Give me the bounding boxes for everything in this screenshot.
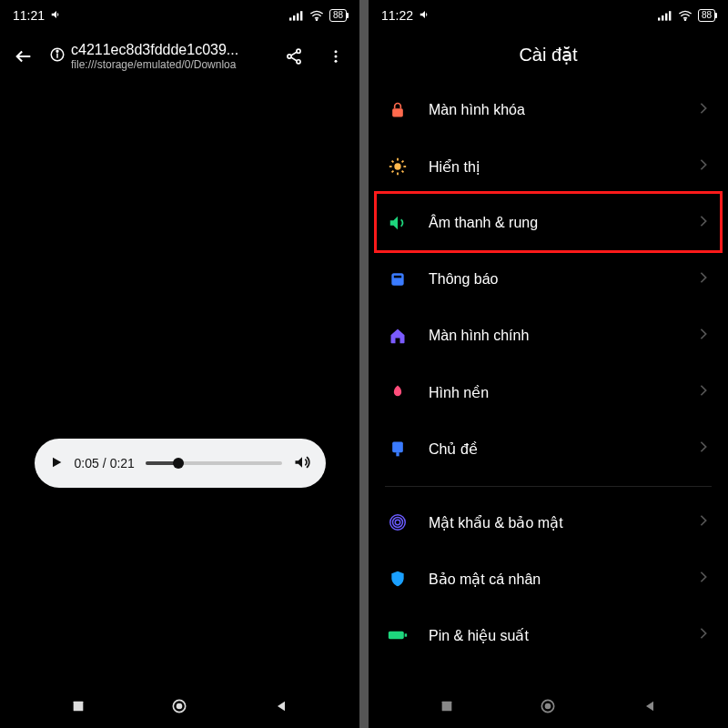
nav-home-button[interactable] [152,688,207,724]
status-bar: 11:22 88 [369,0,728,31]
chevron-right-icon [699,328,708,344]
volume-icon [50,8,63,24]
browser-toolbar: c4211ec8d3fddde1c039... file:///storage/… [0,31,359,82]
share-button[interactable] [278,40,310,73]
phone-settings-screen: 11:22 88 Cài đặt Màn hình khóaHiển thịÂm… [369,0,728,728]
svg-line-12 [291,57,298,61]
status-time: 11:22 [381,8,413,23]
nav-back-button[interactable] [622,688,677,724]
shield-icon [385,566,410,592]
chevron-right-icon [699,102,708,118]
nav-recent-button[interactable] [420,688,474,724]
settings-item-wallpaper[interactable]: Hình nền [369,364,728,420]
audio-time: 0:05 / 0:21 [75,456,135,470]
svg-rect-1 [293,15,295,21]
home-icon [385,323,410,349]
svg-rect-43 [441,702,451,712]
audio-player[interactable]: 0:05 / 0:21 [35,439,326,488]
chevron-right-icon [699,514,708,531]
battery-indicator: 88 [698,9,715,22]
settings-item-label: Bảo mật cá nhân [429,571,681,588]
svg-line-33 [402,161,404,163]
signal-icon [289,10,304,21]
svg-rect-24 [392,108,403,116]
sun-icon [385,154,410,179]
chevron-right-icon [699,571,708,587]
nav-back-button[interactable] [254,688,308,724]
settings-item-label: Âm thanh & rung [429,215,681,231]
settings-item-label: Thông báo [429,271,681,288]
settings-title: Cài đặt [369,31,728,82]
svg-line-32 [392,171,394,173]
audio-duration: 0:21 [110,456,135,470]
page-subtitle: file:///storage/emulated/0/Downloa [71,58,238,71]
wallpaper-icon [385,379,410,405]
svg-rect-22 [669,11,671,20]
svg-rect-16 [73,702,83,712]
nav-home-button[interactable] [521,688,575,724]
volume-icon [385,210,410,236]
svg-rect-36 [392,442,403,453]
svg-point-13 [335,50,338,53]
svg-point-4 [316,19,317,20]
settings-item-volume[interactable]: Âm thanh & rung [369,195,728,251]
battery-icon [385,622,410,648]
settings-item-sun[interactable]: Hiển thị [369,138,728,195]
notification-icon [385,267,410,292]
audio-seekbar[interactable] [146,461,282,465]
settings-item-notification[interactable]: Thông báo [369,251,728,308]
volume-icon [419,8,431,24]
settings-item-label: Chủ đề [429,440,681,458]
android-nav-bar [369,684,728,728]
chevron-right-icon [699,271,708,288]
settings-item-shield[interactable]: Bảo mật cá nhân [369,551,728,607]
audio-thumb[interactable] [173,458,184,469]
svg-rect-2 [297,14,298,21]
nav-recent-button[interactable] [51,688,106,724]
info-icon [49,46,66,66]
settings-item-label: Màn hình chính [429,328,681,344]
signal-icon [658,10,672,21]
phone-browser-screen: 11:21 88 c4211ec8d3fddde [0,0,359,728]
svg-point-40 [395,520,400,525]
play-button[interactable] [49,455,64,472]
audio-volume-button[interactable] [293,453,311,474]
section-divider [385,486,712,487]
chevron-right-icon [699,440,708,457]
settings-item-battery[interactable]: Pin & hiệu suất [369,607,728,663]
svg-rect-35 [394,276,401,278]
page-title: c4211ec8d3fddde1c039... [71,42,238,58]
settings-list: Màn hình khóaHiển thịÂm thanh & rungThôn… [369,82,728,684]
status-bar: 11:21 88 [0,0,359,31]
svg-point-23 [684,19,685,20]
settings-item-label: Màn hình khóa [429,102,681,118]
chevron-right-icon [699,627,708,643]
svg-rect-37 [396,452,399,456]
svg-point-25 [394,163,400,169]
status-time: 11:21 [13,8,45,23]
chevron-right-icon [699,158,708,175]
settings-item-label: Pin & hiệu suất [429,627,681,644]
settings-item-label: Hình nền [429,384,681,401]
settings-item-home[interactable]: Màn hình chính [369,308,728,364]
url-bar[interactable]: c4211ec8d3fddde1c039... file:///storage/… [49,42,268,71]
back-button[interactable] [7,40,40,73]
theme-icon [385,436,410,461]
android-nav-bar [0,684,359,728]
svg-rect-42 [405,633,408,636]
settings-item-label: Mật khẩu & bảo mật [429,514,681,531]
svg-rect-19 [658,17,660,20]
svg-rect-41 [389,632,404,639]
chevron-right-icon [699,384,708,400]
svg-point-39 [393,518,403,528]
svg-point-14 [335,56,338,58]
settings-item-fingerprint[interactable]: Mật khẩu & bảo mật [369,494,728,551]
menu-button[interactable] [319,40,352,73]
lock-icon [385,97,410,123]
svg-rect-34 [391,273,403,285]
settings-item-theme[interactable]: Chủ đề [369,420,728,477]
settings-item-label: Hiển thị [429,158,681,176]
svg-rect-21 [665,14,667,21]
wifi-icon [309,10,324,21]
settings-item-lock[interactable]: Màn hình khóa [369,82,728,138]
